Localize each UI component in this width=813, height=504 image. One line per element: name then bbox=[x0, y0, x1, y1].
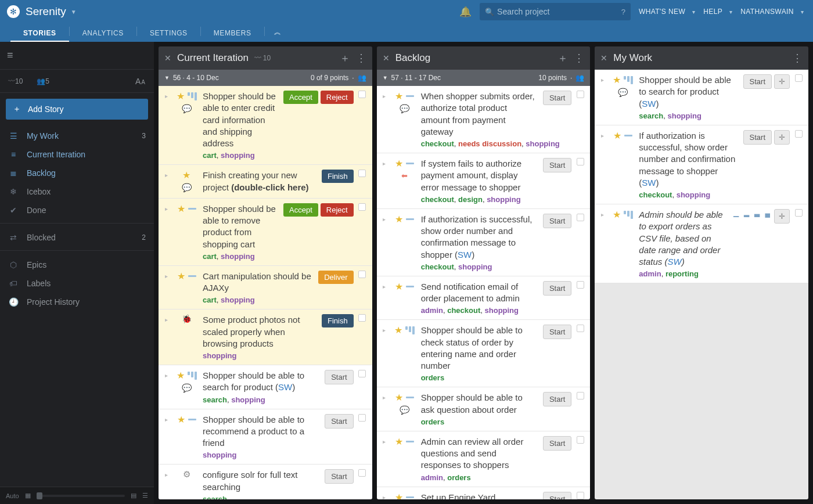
story-row[interactable]: ▸ ★ 💬 Shopper should be able to search f… bbox=[159, 365, 372, 409]
search-input[interactable] bbox=[480, 3, 631, 20]
expand-story-icon[interactable]: ▸ bbox=[383, 93, 386, 99]
expand-story-icon[interactable]: ▸ bbox=[165, 372, 168, 379]
notifications-bell-icon[interactable]: 🔔 bbox=[459, 6, 472, 18]
story-label[interactable]: checkout bbox=[447, 306, 480, 315]
select-story-checkbox[interactable] bbox=[358, 91, 366, 98]
expand-story-icon[interactable]: ▸ bbox=[383, 394, 386, 401]
sidebar-item-icebox[interactable]: ❄Icebox bbox=[0, 182, 154, 201]
story-label[interactable]: shopping bbox=[221, 296, 255, 304]
comment-icon[interactable]: 💬 bbox=[182, 104, 192, 113]
select-story-checkbox[interactable] bbox=[577, 91, 584, 98]
story-label[interactable]: shopping bbox=[487, 195, 521, 204]
start-button[interactable]: Start bbox=[543, 436, 571, 451]
comment-icon[interactable]: 💬 bbox=[618, 88, 628, 97]
velocity-metric[interactable]: 〰10 bbox=[8, 77, 23, 85]
story-row[interactable]: ▸ ★ Shopper should be able to remove pro… bbox=[159, 199, 372, 266]
start-button[interactable]: Start bbox=[543, 91, 571, 105]
reject-button[interactable]: Reject bbox=[321, 203, 354, 217]
select-story-checkbox[interactable] bbox=[577, 158, 584, 165]
font-size-control[interactable]: AA bbox=[135, 77, 146, 86]
select-story-checkbox[interactable] bbox=[577, 492, 584, 499]
close-icon[interactable]: ✕ bbox=[164, 53, 171, 63]
story-label[interactable]: design bbox=[458, 195, 483, 204]
comment-icon[interactable]: 💬 bbox=[400, 104, 409, 113]
owner-link[interactable]: SW bbox=[458, 250, 472, 260]
close-icon[interactable]: ✕ bbox=[383, 53, 390, 63]
select-story-checkbox[interactable] bbox=[358, 370, 366, 377]
story-label[interactable]: checkout bbox=[421, 139, 454, 148]
select-story-checkbox[interactable] bbox=[577, 392, 584, 399]
reject-button[interactable]: Reject bbox=[321, 91, 354, 104]
expand-story-icon[interactable]: ▸ bbox=[601, 77, 604, 83]
expand-story-icon[interactable]: ▸ bbox=[165, 206, 168, 212]
story-label[interactable]: admin bbox=[639, 269, 661, 278]
tab-stories[interactable]: STORIES bbox=[10, 24, 69, 42]
story-label[interactable]: shopping bbox=[203, 451, 237, 459]
sidebar-item-done[interactable]: ✔Done bbox=[0, 201, 154, 219]
view-list-icon[interactable]: ☰ bbox=[142, 492, 148, 499]
owner-link[interactable]: SW bbox=[642, 99, 656, 109]
story-label[interactable]: checkout bbox=[421, 195, 454, 204]
iteration-bar[interactable]: ▼ 57 · 11 - 17 Dec 10 points · 👥 bbox=[377, 70, 591, 86]
add-story-icon[interactable]: ＋ bbox=[557, 51, 568, 65]
help-link[interactable]: HELP ▾ bbox=[703, 8, 732, 16]
expand-story-icon[interactable]: ▸ bbox=[383, 438, 386, 445]
story-label[interactable]: search bbox=[203, 495, 227, 499]
story-row[interactable]: ▸ 🐞 Some product photos not scaled prope… bbox=[159, 309, 372, 365]
deliver-button[interactable]: Deliver bbox=[318, 271, 353, 284]
accept-button[interactable]: Accept bbox=[283, 91, 318, 104]
start-button[interactable]: Start bbox=[543, 214, 571, 228]
select-story-checkbox[interactable] bbox=[577, 214, 584, 221]
iteration-bar[interactable]: ▼ 56 · 4 - 10 Dec 0 of 9 points · 👥 bbox=[159, 70, 372, 86]
expand-story-icon[interactable]: ▸ bbox=[165, 471, 168, 478]
user-menu[interactable]: NATHANSWAIN ▾ bbox=[740, 8, 804, 16]
story-label[interactable]: orders bbox=[447, 473, 470, 482]
expand-story-icon[interactable]: ▸ bbox=[601, 132, 604, 139]
story-label[interactable]: search bbox=[203, 395, 227, 404]
expand-story-icon[interactable]: ▸ bbox=[383, 160, 386, 167]
whats-new-link[interactable]: WHAT'S NEW ▾ bbox=[639, 8, 695, 16]
expand-story-icon[interactable]: ▸ bbox=[383, 216, 386, 222]
story-label[interactable]: shopping bbox=[668, 111, 702, 120]
comment-icon[interactable]: 💬 bbox=[182, 183, 192, 192]
story-label[interactable]: reporting bbox=[665, 269, 699, 278]
start-button[interactable]: Start bbox=[743, 74, 772, 89]
select-story-checkbox[interactable] bbox=[358, 469, 366, 477]
density-icon[interactable]: ▦ bbox=[25, 492, 31, 499]
story-row[interactable]: ▸ ★ Shopper should be able to recommend … bbox=[159, 409, 372, 465]
story-row[interactable]: ▸ ★ 💬 Shopper should be able to enter cr… bbox=[159, 86, 372, 165]
start-button[interactable]: Start bbox=[543, 281, 571, 296]
sidebar-toggle-icon[interactable]: ≡ bbox=[7, 49, 13, 62]
story-label[interactable]: checkout bbox=[639, 190, 672, 199]
expand-story-icon[interactable]: ▸ bbox=[165, 316, 168, 323]
story-label[interactable]: shopping bbox=[203, 351, 237, 360]
story-row[interactable]: ▸ ★ ⬅ If system fails to authorize payme… bbox=[377, 153, 591, 209]
story-row[interactable]: ▸ ⚙ configure solr for full text searchi… bbox=[159, 465, 372, 499]
expand-story-icon[interactable]: ▸ bbox=[165, 93, 168, 99]
story-row[interactable]: ▸ ★ Admin should be able to export order… bbox=[595, 204, 808, 283]
select-story-checkbox[interactable] bbox=[577, 436, 584, 444]
tab-analytics[interactable]: ANALYTICS bbox=[70, 24, 136, 42]
story-label[interactable]: shopping bbox=[677, 190, 711, 199]
story-label[interactable]: admin bbox=[421, 473, 443, 482]
story-label[interactable]: cart bbox=[203, 296, 217, 304]
finish-button[interactable]: Finish bbox=[322, 170, 354, 183]
search-help-icon[interactable]: ? bbox=[621, 8, 625, 16]
start-button[interactable]: Start bbox=[743, 130, 772, 145]
select-story-checkbox[interactable] bbox=[795, 74, 803, 82]
story-row[interactable]: ▸ ★ Shopper should be able to check stat… bbox=[377, 320, 591, 387]
story-label[interactable]: cart bbox=[203, 151, 217, 160]
story-label[interactable]: admin bbox=[421, 306, 443, 315]
select-story-checkbox[interactable] bbox=[358, 203, 366, 211]
comment-icon[interactable]: 💬 bbox=[400, 405, 409, 415]
select-story-checkbox[interactable] bbox=[577, 325, 584, 332]
select-story-checkbox[interactable] bbox=[577, 281, 584, 289]
story-row[interactable]: ▸ ★ Set up Engine Yard production enviro… bbox=[377, 487, 591, 500]
sidebar-item-mywork[interactable]: ☰My Work3 bbox=[0, 127, 154, 145]
select-story-checkbox[interactable] bbox=[795, 130, 803, 138]
start-button[interactable]: Start bbox=[543, 392, 571, 406]
select-story-checkbox[interactable] bbox=[358, 414, 366, 422]
story-row[interactable]: ▸ ★ Send notification email of order pla… bbox=[377, 276, 591, 321]
comment-icon[interactable]: 💬 bbox=[182, 383, 192, 393]
story-row[interactable]: ▸ ★ 💬 Finish creating your new project (… bbox=[159, 165, 372, 199]
